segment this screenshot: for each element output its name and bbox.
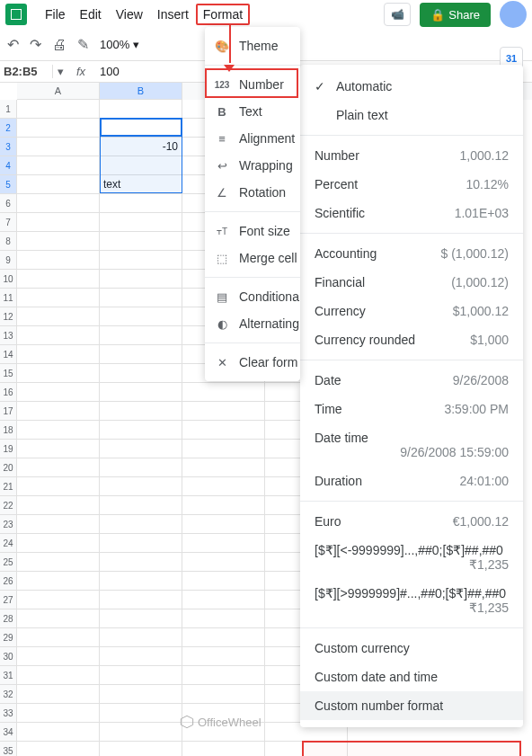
col-header-b[interactable]: B — [100, 83, 182, 100]
menu-edit[interactable]: Edit — [73, 4, 109, 25]
row-header[interactable]: 7 — [0, 213, 17, 232]
nf-euro[interactable]: Euro€1,000.12 — [300, 507, 523, 536]
format-alternating[interactable]: ◐Alternating — [205, 310, 300, 337]
format-fontsize[interactable]: ᴛTFont size — [205, 218, 300, 245]
cell[interactable] — [17, 307, 100, 326]
cell[interactable] — [182, 742, 265, 756]
format-wrapping[interactable]: ↩Wrapping — [205, 152, 300, 179]
cell[interactable] — [182, 402, 265, 421]
row-header[interactable]: 13 — [0, 326, 17, 345]
cell[interactable] — [182, 383, 265, 402]
cell[interactable] — [100, 628, 182, 647]
cell[interactable] — [182, 628, 265, 647]
cell[interactable] — [100, 100, 182, 119]
cell[interactable] — [100, 213, 182, 232]
menu-file[interactable]: File — [38, 4, 73, 25]
cell[interactable] — [100, 685, 182, 704]
print-icon[interactable]: 🖨 — [52, 37, 66, 53]
cell[interactable] — [17, 119, 100, 138]
row-header[interactable]: 18 — [0, 421, 17, 440]
format-theme[interactable]: 🎨Theme — [205, 32, 300, 59]
row-header[interactable]: 29 — [0, 628, 17, 647]
col-header-a[interactable]: A — [17, 83, 100, 100]
cell[interactable] — [17, 515, 100, 534]
row-header[interactable]: 33 — [0, 704, 17, 723]
nf-date[interactable]: Date9/26/2008 — [300, 366, 523, 395]
cell[interactable] — [17, 647, 100, 666]
cell[interactable] — [100, 364, 182, 383]
cell[interactable] — [17, 609, 100, 628]
undo-icon[interactable]: ↶ — [7, 36, 19, 53]
row-header[interactable]: 9 — [0, 251, 17, 270]
nf-accounting[interactable]: Accounting$ (1,000.12) — [300, 239, 523, 268]
cell[interactable] — [17, 270, 100, 289]
row-header[interactable]: 16 — [0, 383, 17, 402]
format-conditional[interactable]: ▤Conditiona — [205, 283, 300, 310]
nf-indian-1[interactable]: [$₹][<-9999999]...,##0;[$₹]##,##0₹1,235 — [300, 536, 523, 579]
cell[interactable] — [100, 742, 182, 756]
cell[interactable] — [17, 251, 100, 270]
cell[interactable] — [17, 440, 100, 458]
nf-indian-2[interactable]: [$₹][>9999999]#...,##0;[$₹]##,##0₹1,235 — [300, 579, 523, 622]
cell[interactable] — [100, 609, 182, 628]
cell[interactable] — [182, 440, 265, 458]
cell[interactable] — [100, 440, 182, 458]
cell[interactable] — [17, 458, 100, 477]
formula-input[interactable]: 100 — [94, 65, 120, 78]
cell[interactable] — [17, 572, 100, 591]
cell[interactable] — [17, 326, 100, 345]
nf-automatic[interactable]: ✓Automatic — [300, 72, 523, 101]
cell[interactable] — [100, 345, 182, 364]
row-header[interactable]: 26 — [0, 572, 17, 591]
cell[interactable] — [17, 138, 100, 156]
cell[interactable] — [182, 534, 265, 553]
cell[interactable]: -10 — [100, 138, 182, 156]
cell[interactable] — [17, 345, 100, 364]
cell[interactable] — [100, 307, 182, 326]
format-clear[interactable]: ✕Clear form — [205, 349, 300, 376]
cell[interactable] — [100, 666, 182, 685]
zoom-selector[interactable]: 100% ▾ — [100, 38, 139, 51]
cell[interactable] — [100, 251, 182, 270]
cell[interactable] — [182, 553, 265, 572]
cell[interactable] — [100, 704, 182, 723]
cell[interactable] — [182, 458, 265, 477]
format-number[interactable]: 123Number — [205, 71, 300, 98]
nf-percent[interactable]: Percent10.12% — [300, 170, 523, 199]
cell[interactable] — [182, 647, 265, 666]
row-header[interactable]: 32 — [0, 685, 17, 704]
cell[interactable] — [182, 591, 265, 609]
nf-time[interactable]: Time3:59:00 PM — [300, 395, 523, 423]
row-header[interactable]: 3 — [0, 138, 17, 156]
share-button[interactable]: 🔒Share — [420, 3, 491, 27]
cell[interactable] — [17, 402, 100, 421]
cell[interactable] — [265, 742, 348, 756]
cell[interactable] — [17, 591, 100, 609]
cell[interactable] — [17, 723, 100, 742]
paint-format-icon[interactable]: ✎ — [77, 36, 89, 53]
cell[interactable] — [100, 156, 182, 175]
row-header[interactable]: 5 — [0, 175, 17, 194]
cell[interactable] — [17, 213, 100, 232]
cell[interactable] — [100, 383, 182, 402]
row-header[interactable]: 34 — [0, 723, 17, 742]
cell[interactable] — [100, 194, 182, 213]
cell[interactable] — [17, 553, 100, 572]
cell[interactable] — [100, 515, 182, 534]
row-header[interactable]: 20 — [0, 458, 17, 477]
cell[interactable] — [17, 534, 100, 553]
cell[interactable] — [17, 232, 100, 251]
row-header[interactable]: 30 — [0, 647, 17, 666]
row-header[interactable]: 19 — [0, 440, 17, 458]
row-header[interactable]: 24 — [0, 534, 17, 553]
avatar[interactable] — [500, 1, 527, 28]
cell[interactable] — [100, 232, 182, 251]
cell[interactable] — [17, 666, 100, 685]
redo-icon[interactable]: ↷ — [30, 36, 41, 53]
nf-financial[interactable]: Financial(1,000.12) — [300, 268, 523, 297]
row-header[interactable]: 25 — [0, 553, 17, 572]
row-header[interactable]: 8 — [0, 232, 17, 251]
row-header[interactable]: 4 — [0, 156, 17, 175]
cell[interactable] — [100, 534, 182, 553]
cell[interactable] — [17, 421, 100, 440]
